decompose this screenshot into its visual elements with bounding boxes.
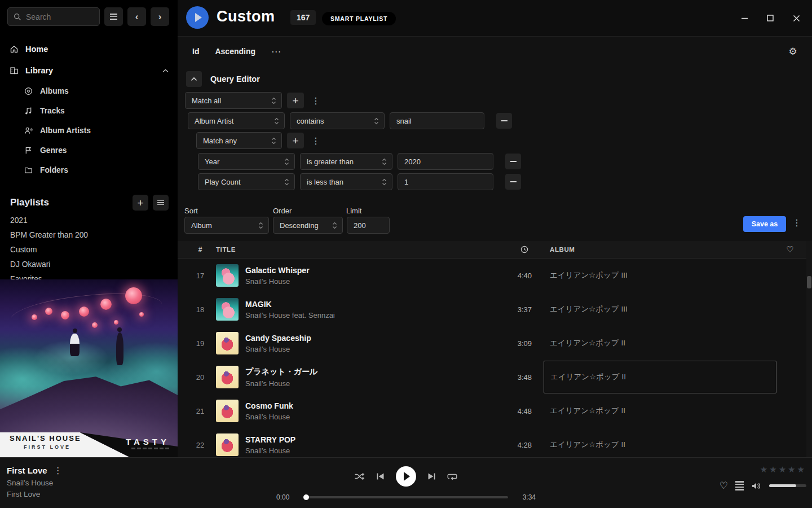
playlist-list-button[interactable] (153, 195, 169, 211)
group-match-select[interactable]: Match any (196, 132, 282, 149)
remove-rule-button[interactable] (505, 174, 521, 190)
now-playing-title[interactable]: First Love (7, 466, 47, 475)
query-rule-row: Year is greater than (198, 153, 521, 170)
track-album-focused-cell[interactable]: エイリアン☆ポップ II (544, 361, 776, 393)
star-icon[interactable] (788, 465, 795, 475)
root-match-select[interactable]: Match all (185, 92, 282, 109)
star-icon[interactable] (760, 465, 767, 475)
track-artwork (216, 298, 239, 321)
nav-forward-button[interactable]: › (151, 7, 169, 26)
scrollbar[interactable] (806, 241, 812, 457)
now-playing-artist[interactable]: Snail’s House (7, 479, 63, 487)
library-icon (9, 66, 19, 75)
now-playing-album[interactable]: First Love (7, 490, 63, 498)
heart-icon (786, 244, 793, 254)
playlist-item[interactable]: BPM Greater than 200 (0, 227, 178, 242)
rule-op-select[interactable]: contains (290, 112, 385, 129)
playlist-item[interactable]: DJ Okawari (0, 257, 178, 271)
hamburger-icon (110, 14, 117, 20)
star-icon[interactable] (779, 465, 786, 475)
rule-field-select[interactable]: Album Artist (188, 112, 285, 129)
queue-icon[interactable] (735, 481, 744, 490)
remove-rule-button[interactable] (505, 154, 521, 169)
track-album[interactable]: エイリアン☆ポップ III (544, 293, 776, 326)
progress-bar[interactable] (304, 496, 508, 498)
save-as-button[interactable]: Save as (743, 216, 786, 232)
select-value: Album Artist (195, 117, 233, 125)
gear-icon[interactable]: ⚙ (786, 45, 800, 58)
next-button[interactable] (427, 472, 436, 480)
sidebar-item-tracks[interactable]: Tracks (0, 101, 178, 121)
previous-button[interactable] (376, 472, 385, 480)
table-row[interactable]: 19 Candy SpaceshipSnail’s House 3:09 エイリ… (178, 326, 812, 360)
star-icon[interactable] (797, 465, 805, 475)
page-title: Custom (217, 8, 275, 25)
column-album[interactable]: ALBUM (544, 246, 776, 253)
column-favorite[interactable] (776, 244, 804, 255)
table-row[interactable]: 22 STARRY POPSnail’s House 4:28 エイリアン☆ポッ… (178, 428, 812, 457)
rule-op-select[interactable]: is greater than (300, 153, 392, 170)
minimize-button[interactable] (735, 9, 753, 27)
volume-slider[interactable] (769, 484, 806, 487)
table-row[interactable]: 20 プラネット・ガールSnail’s House 3:48 エイリアン☆ポップ… (178, 360, 812, 394)
search-box[interactable] (7, 7, 100, 26)
rule-value-input[interactable] (398, 173, 493, 190)
now-playing-menu-icon[interactable] (54, 465, 63, 476)
column-number[interactable]: # (184, 246, 216, 253)
repeat-button[interactable] (447, 472, 458, 481)
track-album[interactable]: エイリアン☆ポップ II (544, 327, 776, 360)
sort-field-button[interactable]: Id (192, 47, 199, 56)
rule-op-select[interactable]: is less than (300, 173, 392, 190)
play-playlist-button[interactable] (186, 6, 209, 29)
rule-menu-icon[interactable] (311, 95, 320, 106)
scrollbar-thumb[interactable] (807, 276, 811, 288)
add-rule-button[interactable] (287, 93, 304, 108)
add-playlist-button[interactable] (133, 195, 148, 211)
more-options-icon[interactable] (271, 46, 281, 58)
search-input[interactable] (26, 12, 94, 21)
playlist-item[interactable]: 2021 (0, 213, 178, 227)
table-row[interactable]: 17 Galactic WhisperSnail’s House 4:40 エイ… (178, 259, 812, 292)
page-header: Custom 167 SMART PLAYLIST (178, 0, 812, 36)
column-duration[interactable] (484, 246, 532, 253)
playlist-item[interactable]: Custom (0, 242, 178, 257)
table-row[interactable]: 18 MAGIKSnail’s House feat. Sennzai 3:37… (178, 292, 812, 326)
now-playing-artwork[interactable]: SNAIL'S HOUSE FIRST LOVE TASTY (0, 279, 178, 457)
add-group-rule-button[interactable] (287, 133, 304, 148)
rule-field-select[interactable]: Year (198, 153, 295, 170)
favorite-button[interactable] (720, 480, 728, 492)
shuffle-button[interactable] (354, 472, 365, 481)
sidebar-item-home[interactable]: Home (0, 38, 178, 60)
menu-button[interactable] (104, 7, 123, 26)
order-select[interactable]: Descending (273, 217, 343, 234)
collapse-query-editor-button[interactable] (186, 71, 202, 87)
sidebar-item-albums[interactable]: Albums (0, 81, 178, 101)
remove-rule-button[interactable] (496, 113, 512, 129)
track-album[interactable]: エイリアン☆ポップ II (544, 428, 776, 457)
sidebar-item-genres[interactable]: Genres (0, 141, 178, 160)
rule-value-input[interactable] (390, 112, 484, 129)
close-button[interactable] (787, 9, 805, 27)
star-icon[interactable] (769, 465, 776, 475)
save-menu-icon[interactable] (792, 217, 801, 228)
volume-icon[interactable] (751, 481, 762, 491)
banner-title: FIRST LOVE (24, 444, 70, 450)
sidebar-item-album-artists[interactable]: Album Artists (0, 121, 178, 141)
progress-knob[interactable] (303, 494, 309, 500)
track-album[interactable]: エイリアン☆ポップ II (544, 395, 776, 427)
sidebar-item-library[interactable]: Library (0, 60, 178, 81)
group-menu-icon[interactable] (311, 135, 320, 146)
sidebar-item-folders[interactable]: Folders (0, 160, 178, 180)
rule-field-select[interactable]: Play Count (198, 173, 295, 190)
limit-input[interactable] (347, 217, 390, 234)
nav-back-button[interactable]: ‹ (127, 7, 146, 26)
table-row[interactable]: 21 Cosmo FunkSnail’s House 4:48 エイリアン☆ポッ… (178, 394, 812, 428)
search-icon (14, 13, 21, 21)
sort-order-button[interactable]: Ascending (215, 47, 255, 56)
play-button[interactable] (396, 466, 416, 487)
rule-value-input[interactable] (398, 153, 493, 170)
maximize-button[interactable] (761, 9, 779, 27)
sort-select[interactable]: Album (184, 217, 269, 234)
column-title[interactable]: TITLE (216, 246, 484, 253)
track-album[interactable]: エイリアン☆ポップ III (544, 259, 776, 292)
